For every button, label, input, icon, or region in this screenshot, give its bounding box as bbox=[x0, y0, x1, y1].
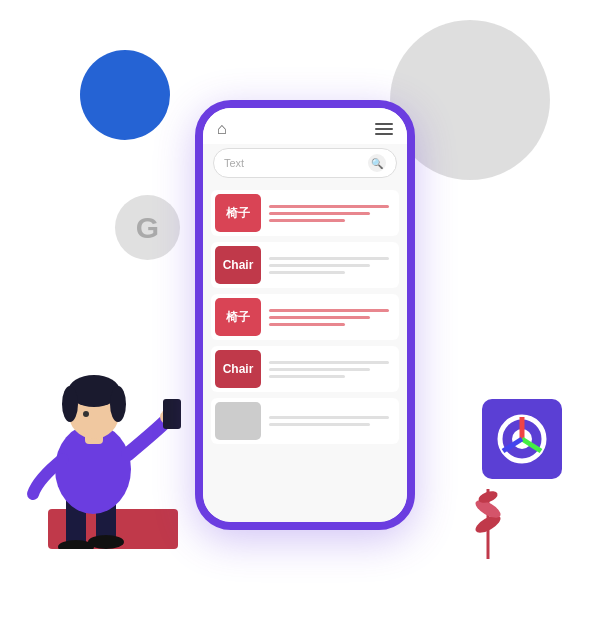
lightning-circle: ⚡ bbox=[80, 50, 170, 140]
menu-line-1 bbox=[375, 123, 393, 125]
scene: ⚡ G bbox=[0, 0, 610, 638]
list-item[interactable]: Chair bbox=[211, 346, 399, 392]
item-badge-gray bbox=[215, 402, 261, 440]
svg-point-20 bbox=[110, 386, 126, 422]
google-icon: G bbox=[136, 211, 159, 245]
list-item[interactable]: Chair bbox=[211, 242, 399, 288]
item-badge-chair-1: Chair bbox=[215, 246, 261, 284]
person-illustration bbox=[18, 349, 198, 553]
search-bar[interactable]: Text 🔍 bbox=[213, 148, 397, 178]
svg-point-19 bbox=[62, 386, 78, 422]
menu-line-2 bbox=[375, 128, 393, 130]
item-line bbox=[269, 375, 345, 378]
item-lines-5 bbox=[269, 416, 395, 426]
search-icon: 🔍 bbox=[368, 154, 386, 172]
item-line bbox=[269, 271, 345, 274]
item-line bbox=[269, 212, 370, 215]
item-line bbox=[269, 368, 370, 371]
item-lines-4 bbox=[269, 361, 395, 378]
menu-line-3 bbox=[375, 133, 393, 135]
item-line bbox=[269, 309, 389, 312]
item-line bbox=[269, 316, 370, 319]
phone-header: ⌂ bbox=[203, 108, 407, 144]
item-badge-kanji-1: 椅子 bbox=[215, 194, 261, 232]
home-icon: ⌂ bbox=[217, 120, 227, 138]
item-line bbox=[269, 264, 370, 267]
plant-decoration bbox=[458, 469, 518, 563]
item-line bbox=[269, 361, 389, 364]
item-line bbox=[269, 257, 389, 260]
item-line bbox=[269, 416, 389, 419]
list-area: 椅子 Chair bbox=[203, 186, 407, 522]
item-line bbox=[269, 205, 389, 208]
item-line bbox=[269, 323, 345, 326]
svg-point-21 bbox=[83, 411, 89, 417]
item-lines-2 bbox=[269, 257, 395, 274]
phone-mockup: ⌂ Text 🔍 椅子 bbox=[195, 100, 415, 530]
item-line bbox=[269, 219, 345, 222]
item-badge-chair-2: Chair bbox=[215, 350, 261, 388]
item-lines-1 bbox=[269, 205, 395, 222]
item-badge-kanji-2: 椅子 bbox=[215, 298, 261, 336]
list-item[interactable] bbox=[211, 398, 399, 444]
svg-rect-23 bbox=[163, 399, 181, 429]
menu-icon bbox=[375, 123, 393, 135]
chrome-badge bbox=[482, 399, 562, 483]
item-lines-3 bbox=[269, 309, 395, 326]
item-line bbox=[269, 423, 370, 426]
search-placeholder-text: Text bbox=[224, 157, 362, 169]
phone-screen: ⌂ Text 🔍 椅子 bbox=[203, 108, 407, 522]
list-item[interactable]: 椅子 bbox=[211, 190, 399, 236]
google-circle: G bbox=[115, 195, 180, 260]
svg-point-14 bbox=[88, 535, 124, 549]
list-item[interactable]: 椅子 bbox=[211, 294, 399, 340]
